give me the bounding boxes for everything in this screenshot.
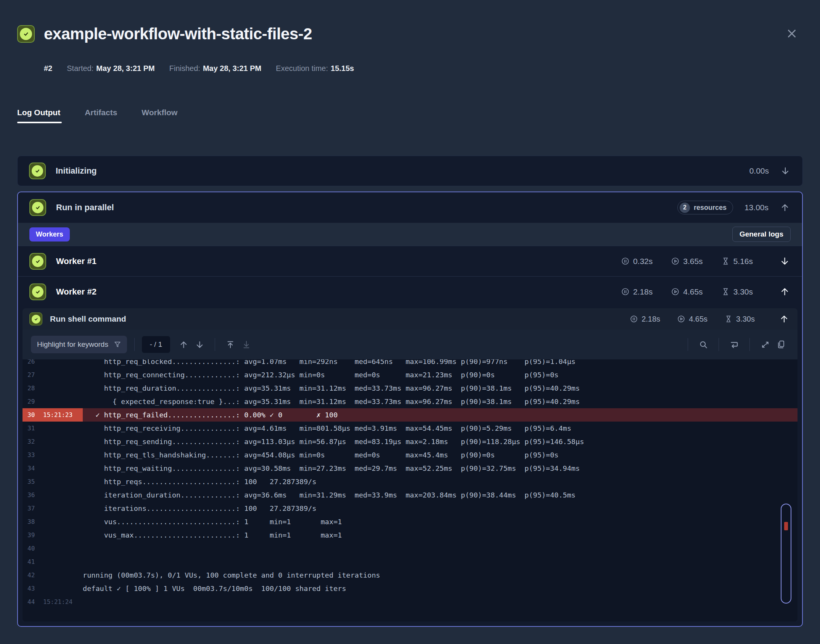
- log-line: 32 http_req_sending...............: avg=…: [23, 435, 797, 448]
- log-line-gutter: 38: [23, 515, 83, 528]
- run-number: #2: [44, 64, 52, 73]
- prev-match-button[interactable]: [175, 336, 191, 353]
- log-line-gutter: 3015:21:23: [23, 408, 83, 422]
- log-line-number: 31: [23, 425, 41, 432]
- log-line: 40: [23, 542, 797, 555]
- worker-stats: 2.18s 4.65s 3.30s: [621, 287, 753, 296]
- log-line-text: iteration_duration.............: avg=36.…: [83, 491, 576, 499]
- log-line-gutter: 35: [23, 475, 83, 488]
- pause-circle-icon: [630, 315, 638, 323]
- log-line-number: 27: [23, 371, 41, 378]
- log-scrollbar[interactable]: [781, 504, 791, 604]
- pause-circle-icon: [621, 287, 630, 296]
- copy-log-button[interactable]: [773, 336, 789, 353]
- log-line-gutter: 33: [23, 448, 83, 462]
- log-line-number: 26: [23, 359, 41, 365]
- collapse-shell-button[interactable]: [779, 314, 789, 324]
- worker-2-row[interactable]: Worker #2 2.18s 4.65s 3.30s: [18, 276, 802, 307]
- step-initializing[interactable]: Initializing 0.00s: [17, 156, 803, 186]
- arrow-up-icon: [179, 340, 188, 349]
- resources-label: resources: [694, 204, 727, 212]
- chevron-down-icon: [780, 256, 790, 266]
- header: example-workflow-with-static-files-2: [17, 23, 803, 45]
- log-line: 4415:21:24: [23, 595, 797, 609]
- worker-1-row[interactable]: Worker #1 0.32s 3.65s 5.16s: [18, 246, 802, 276]
- keyword-highlight-box[interactable]: [31, 336, 127, 353]
- collapse-worker-button[interactable]: [780, 287, 790, 297]
- status-success-icon: [29, 253, 46, 270]
- log-line-text: iterations.....................: 100 27.…: [83, 504, 317, 512]
- keyword-highlight-input[interactable]: [37, 340, 109, 349]
- log-output[interactable]: 26 http_req_blocked...............: avg=…: [23, 359, 797, 621]
- shell-command-block: Run shell command 2.18s 4.65s 3.30s - / …: [23, 308, 797, 621]
- match-counter: - / 1: [142, 336, 170, 353]
- next-match-button[interactable]: [191, 336, 207, 353]
- run-time: 4.65s: [677, 315, 707, 324]
- status-success-icon: [29, 312, 42, 325]
- filter-funnel-icon[interactable]: [113, 340, 122, 349]
- log-line-text: http_req_receiving.............: avg=4.6…: [83, 424, 571, 432]
- log-line-timestamp: 15:21:23: [41, 411, 83, 419]
- resources-count: 2: [680, 203, 690, 213]
- queued-time: 2.18s: [621, 287, 653, 296]
- log-line-gutter: 40: [23, 542, 83, 555]
- log-toolbar: - / 1: [23, 330, 797, 359]
- toolbar-divider: [719, 338, 719, 351]
- log-line-text: http_req_connecting............: avg=212…: [83, 371, 558, 379]
- queued-time: 2.18s: [630, 315, 660, 324]
- log-line-gutter: 32: [23, 435, 83, 448]
- log-line-number: 37: [23, 505, 41, 512]
- shell-stats: 2.18s 4.65s 3.30s: [630, 315, 755, 324]
- log-line-gutter: 43: [23, 582, 83, 595]
- hourglass-icon: [721, 257, 730, 266]
- log-line-number: 35: [23, 478, 41, 485]
- worker-title: Worker #2: [56, 287, 96, 297]
- log-line-gutter: 41: [23, 555, 83, 568]
- log-line: 35 http_reqs......................: 100 …: [23, 475, 797, 488]
- log-line-number: 42: [23, 572, 41, 579]
- log-line-text: running (00m03.7s), 0/1 VUs, 100 complet…: [83, 571, 380, 579]
- general-logs-button[interactable]: General logs: [732, 227, 791, 242]
- log-lines: 26 http_req_blocked...............: avg=…: [23, 359, 797, 609]
- wait-time: 3.30s: [721, 287, 753, 296]
- wait-time: 3.30s: [724, 315, 755, 324]
- workers-bar: Workers General logs: [18, 223, 802, 246]
- step-duration: 0.00s: [749, 166, 769, 175]
- play-circle-icon: [677, 315, 685, 323]
- shell-command-row[interactable]: Run shell command 2.18s 4.65s 3.30s: [23, 308, 797, 330]
- log-line-number: 43: [23, 585, 41, 592]
- status-success-icon: [29, 283, 46, 300]
- workers-chip[interactable]: Workers: [29, 227, 70, 242]
- started-at: Started:May 28, 3:21 PM: [67, 64, 154, 73]
- log-line-text: { expected_response:true }...: avg=35.31…: [83, 398, 580, 406]
- log-line-text: http_req_blocked...............: avg=1.0…: [83, 359, 576, 365]
- log-line-text: http_reqs......................: 100 27.…: [83, 478, 317, 486]
- expand-step-button[interactable]: [780, 166, 790, 176]
- step-run-in-parallel[interactable]: Run in parallel 2 resources 13.00s: [18, 192, 802, 223]
- toolbar-divider: [215, 338, 215, 351]
- play-circle-icon: [671, 287, 680, 296]
- log-line-number: 34: [23, 465, 41, 472]
- log-line: 39 vus_max........................: 1 mi…: [23, 528, 797, 542]
- tab-artifacts[interactable]: Artifacts: [85, 108, 117, 123]
- wrap-lines-button[interactable]: [726, 336, 742, 353]
- search-log-button[interactable]: [695, 336, 711, 353]
- collapse-step-button[interactable]: [780, 203, 790, 213]
- run-time: 4.65s: [671, 287, 703, 296]
- tab-workflow[interactable]: Workflow: [141, 108, 177, 123]
- step-run-in-parallel-container: Run in parallel 2 resources 13.00s Worke…: [17, 192, 803, 627]
- scroll-to-bottom-button[interactable]: [238, 336, 254, 353]
- close-button[interactable]: [783, 25, 801, 43]
- log-line-gutter: 26: [23, 359, 83, 368]
- chevron-up-icon: [780, 287, 790, 297]
- log-line-number: 39: [23, 531, 41, 539]
- run-meta: #2 Started:May 28, 3:21 PM Finished:May …: [44, 64, 803, 73]
- scroll-to-top-icon: [226, 340, 235, 349]
- expand-log-button[interactable]: [757, 336, 773, 353]
- log-line-number: 32: [23, 438, 41, 445]
- tab-log-output[interactable]: Log Output: [17, 108, 60, 123]
- expand-worker-button[interactable]: [780, 256, 790, 266]
- resources-pill[interactable]: 2 resources: [677, 201, 733, 214]
- scroll-to-top-button[interactable]: [222, 336, 238, 353]
- queued-time: 0.32s: [621, 257, 653, 266]
